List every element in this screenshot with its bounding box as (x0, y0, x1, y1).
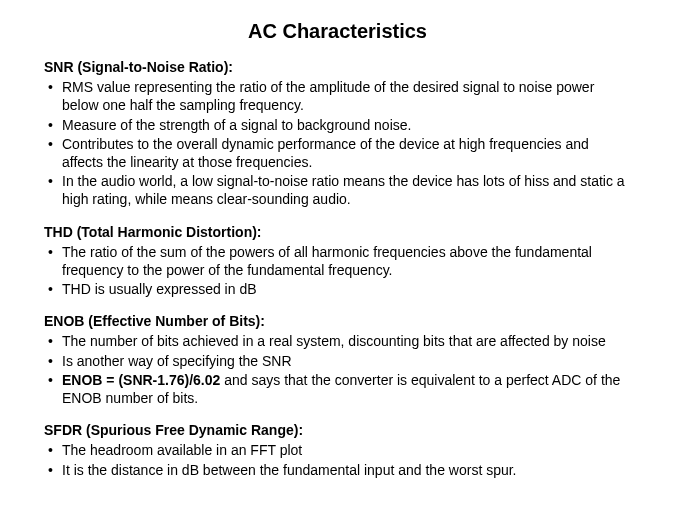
section-heading: SFDR (Spurious Free Dynamic Range): (44, 421, 631, 439)
section: THD (Total Harmonic Distortion):The rati… (44, 223, 631, 299)
sections-container: SNR (Signal-to-Noise Ratio):RMS value re… (44, 58, 631, 479)
bullet-list: RMS value representing the ratio of the … (44, 78, 631, 208)
bullet-list: The number of bits achieved in a real sy… (44, 332, 631, 407)
section: ENOB (Effective Number of Bits):The numb… (44, 312, 631, 407)
list-item: The number of bits achieved in a real sy… (44, 332, 631, 350)
section: SNR (Signal-to-Noise Ratio):RMS value re… (44, 58, 631, 209)
list-item: The ratio of the sum of the powers of al… (44, 243, 631, 279)
list-item: In the audio world, a low signal-to-nois… (44, 172, 631, 208)
list-item: Contributes to the overall dynamic perfo… (44, 135, 631, 171)
list-item: THD is usually expressed in dB (44, 280, 631, 298)
bullet-list: The ratio of the sum of the powers of al… (44, 243, 631, 299)
section-heading: THD (Total Harmonic Distortion): (44, 223, 631, 241)
formula-text: ENOB = (SNR-1.76)/6.02 (62, 372, 224, 388)
bullet-list: The headroom available in an FFT plotIt … (44, 441, 631, 478)
list-item: Measure of the strength of a signal to b… (44, 116, 631, 134)
list-item: Is another way of specifying the SNR (44, 352, 631, 370)
section: SFDR (Spurious Free Dynamic Range):The h… (44, 421, 631, 479)
list-item: The headroom available in an FFT plot (44, 441, 631, 459)
list-item: ENOB = (SNR-1.76)/6.02 and says that the… (44, 371, 631, 407)
page-title: AC Characteristics (44, 18, 631, 44)
section-heading: ENOB (Effective Number of Bits): (44, 312, 631, 330)
list-item: RMS value representing the ratio of the … (44, 78, 631, 114)
section-heading: SNR (Signal-to-Noise Ratio): (44, 58, 631, 76)
list-item: It is the distance in dB between the fun… (44, 461, 631, 479)
